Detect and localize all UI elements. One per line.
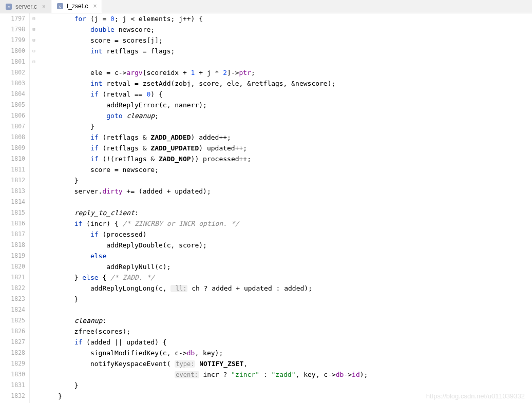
c-file-icon: c — [5, 3, 12, 10]
tab-t-zset-c[interactable]: c t_zset.c × — [51, 0, 102, 13]
line-number: 1823 — [0, 294, 25, 304]
line-number: 1831 — [0, 380, 25, 391]
code-line[interactable]: if (incr) { /* ZINCRBY or INCR option. *… — [42, 218, 532, 229]
fold-marker[interactable]: ⊟ — [30, 35, 38, 46]
code-line[interactable]: event: incr ? "zincr" : "zadd", key, c->… — [42, 369, 532, 380]
line-number: 1803 — [0, 78, 25, 89]
line-number: 1826 — [0, 326, 25, 337]
svg-text:c: c — [8, 5, 10, 9]
line-number: 1821 — [0, 272, 25, 283]
editor-tabs: c server.c × c t_zset.c × — [0, 0, 532, 13]
close-icon[interactable]: × — [93, 3, 97, 10]
svg-text:c: c — [59, 4, 61, 9]
code-line[interactable]: int retflags = flags; — [42, 46, 532, 56]
code-editor[interactable]: 1797179817991800180118021803180418051806… — [0, 13, 532, 403]
code-line[interactable]: if (retflags & ZADD_ADDED) added++; — [42, 132, 532, 143]
line-number: 1827 — [0, 337, 25, 348]
line-number: 1815 — [0, 207, 25, 218]
code-line[interactable]: server.dirty += (added + updated); — [42, 186, 532, 197]
code-line[interactable]: int retval = zsetAdd(zobj, score, ele, &… — [42, 78, 532, 89]
code-line[interactable]: if (!(retflags & ZADD_NOP)) processed++; — [42, 153, 532, 164]
code-line[interactable]: if (added || updated) { — [42, 337, 532, 348]
fold-column[interactable]: ⊟⊟⊟⊟⊟ — [30, 13, 38, 403]
code-line[interactable]: } — [42, 121, 532, 132]
code-line[interactable]: reply_to_client: — [42, 207, 532, 218]
code-line[interactable]: addReplyDouble(c, score); — [42, 240, 532, 251]
line-number: 1829 — [0, 358, 25, 369]
code-area[interactable]: for (j = 0; j < elements; j++) { double … — [38, 13, 532, 403]
line-number: 1809 — [0, 143, 25, 153]
line-number: 1799 — [0, 35, 25, 46]
line-number: 1804 — [0, 89, 25, 100]
code-line[interactable] — [42, 304, 532, 315]
line-number: 1832 — [0, 391, 25, 401]
line-number-gutter: 1797179817991800180118021803180418051806… — [0, 13, 30, 403]
code-line[interactable] — [42, 197, 532, 207]
code-line[interactable]: } — [42, 380, 532, 391]
code-line[interactable]: ele = c->argv[scoreidx + 1 + j * 2]->ptr… — [42, 67, 532, 78]
code-line[interactable]: score = scores[j]; — [42, 35, 532, 46]
line-number: 1825 — [0, 315, 25, 326]
code-line[interactable]: addReplyLongLong(c, ll: ch ? added + upd… — [42, 283, 532, 294]
code-line[interactable]: if (retval == 0) { — [42, 89, 532, 100]
code-line[interactable]: if (retflags & ZADD_UPDATED) updated++; — [42, 143, 532, 153]
line-number: 1805 — [0, 100, 25, 110]
line-number: 1797 — [0, 13, 25, 24]
line-number: 1812 — [0, 175, 25, 186]
code-line[interactable]: } — [42, 391, 532, 401]
line-number: 1811 — [0, 164, 25, 175]
close-icon[interactable]: × — [42, 3, 46, 10]
line-number: 1828 — [0, 348, 25, 358]
code-line[interactable]: } — [42, 294, 532, 304]
line-number: 1813 — [0, 186, 25, 197]
code-line[interactable]: score = newscore; — [42, 164, 532, 175]
code-line[interactable]: cleanup: — [42, 315, 532, 326]
code-line[interactable]: double newscore; — [42, 24, 532, 35]
code-line[interactable]: } — [42, 175, 532, 186]
line-number: 1824 — [0, 304, 25, 315]
line-number: 1800 — [0, 46, 25, 56]
code-line[interactable]: } else { /* ZADD. */ — [42, 272, 532, 283]
tab-label: server.c — [15, 3, 37, 10]
line-number: 1808 — [0, 132, 25, 143]
tab-server-c[interactable]: c server.c × — [0, 0, 51, 13]
tab-label: t_zset.c — [67, 3, 88, 10]
line-number: 1816 — [0, 218, 25, 229]
code-line[interactable] — [42, 56, 532, 67]
line-number: 1798 — [0, 24, 25, 35]
code-line[interactable]: for (j = 0; j < elements; j++) { — [42, 13, 532, 24]
code-line[interactable]: notifyKeyspaceEvent( type: NOTIFY_ZSET, — [42, 358, 532, 369]
line-number: 1822 — [0, 283, 25, 294]
code-line[interactable]: addReplyError(c, nanerr); — [42, 100, 532, 110]
fold-marker[interactable]: ⊟ — [30, 46, 38, 56]
code-line[interactable]: if (processed) — [42, 229, 532, 240]
line-number: 1807 — [0, 121, 25, 132]
line-number: 1830 — [0, 369, 25, 380]
line-number: 1802 — [0, 67, 25, 78]
fold-marker[interactable]: ⊟ — [30, 24, 38, 35]
line-number: 1810 — [0, 153, 25, 164]
code-line[interactable]: signalModifiedKey(c, c->db, key); — [42, 348, 532, 358]
code-line[interactable]: else — [42, 251, 532, 261]
code-line[interactable]: zfree(scores); — [42, 326, 532, 337]
line-number: 1814 — [0, 197, 25, 207]
line-number: 1818 — [0, 240, 25, 251]
line-number: 1817 — [0, 229, 25, 240]
line-number: 1806 — [0, 110, 25, 121]
line-number: 1820 — [0, 261, 25, 272]
fold-marker[interactable]: ⊟ — [30, 56, 38, 67]
code-line[interactable]: goto cleanup; — [42, 110, 532, 121]
line-number: 1819 — [0, 251, 25, 261]
fold-marker[interactable]: ⊟ — [30, 13, 38, 24]
code-line[interactable]: addReplyNull(c); — [42, 261, 532, 272]
line-number: 1801 — [0, 56, 25, 67]
c-file-icon: c — [56, 3, 64, 10]
